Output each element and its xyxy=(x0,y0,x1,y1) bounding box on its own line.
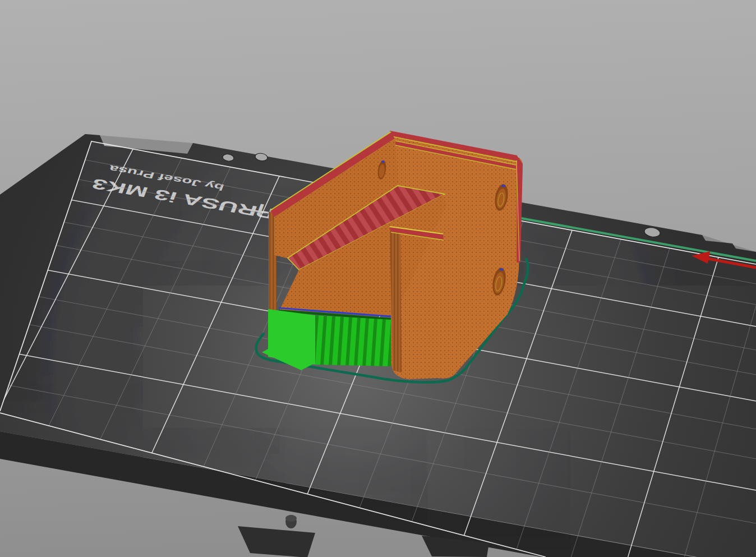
bed-notch-pin-top xyxy=(285,515,297,522)
model-support-front-face[interactable] xyxy=(268,309,315,365)
model-support-striped-face[interactable] xyxy=(315,315,391,366)
slicer-3d-viewport[interactable]: by Josef Prusa PRUSA i3 MK3 T xyxy=(0,0,756,557)
